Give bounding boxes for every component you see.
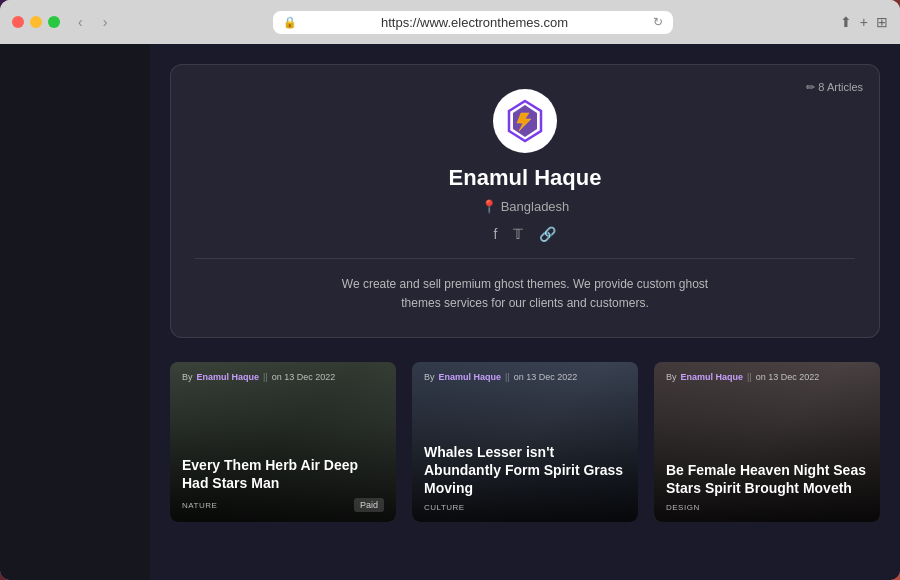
article-author: Enamul Haque (439, 372, 502, 382)
article-title: Be Female Heaven Night Seas Stars Spirit… (666, 461, 868, 497)
profile-bio: We create and sell premium ghost themes.… (325, 275, 725, 313)
article-date: on 13 Dec 2022 (514, 372, 578, 382)
article-bottom: Every Them Herb Air Deep Had Stars Man N… (182, 456, 384, 512)
articles-link[interactable]: ✏ 8 Articles (806, 81, 863, 94)
refresh-button[interactable]: ↻ (653, 15, 663, 29)
article-content: By Enamul Haque || on 13 Dec 2022 Be Fem… (654, 362, 880, 522)
profile-card: ✏ 8 Articles Enamul Haque 📍 Bangladesh f (170, 64, 880, 338)
article-footer: DESIGN (666, 503, 868, 512)
browser-titlebar: ‹ › 🔒 https://www.electronthemes.com ↻ ⬆… (0, 0, 900, 44)
article-card[interactable]: By Enamul Haque || on 13 Dec 2022 Every … (170, 362, 396, 522)
address-bar[interactable]: 🔒 https://www.electronthemes.com ↻ (273, 11, 673, 34)
article-meta: By Enamul Haque || on 13 Dec 2022 (182, 372, 384, 382)
articles-grid: By Enamul Haque || on 13 Dec 2022 Every … (170, 362, 880, 522)
location-icon: 📍 (481, 199, 497, 214)
minimize-button[interactable] (30, 16, 42, 28)
article-content: By Enamul Haque || on 13 Dec 2022 Whales… (412, 362, 638, 522)
article-content: By Enamul Haque || on 13 Dec 2022 Every … (170, 362, 396, 522)
brand-logo (501, 97, 549, 145)
website-link[interactable]: 🔗 (539, 226, 556, 242)
article-tag: DESIGN (666, 503, 700, 512)
profile-location: 📍 Bangladesh (195, 199, 855, 214)
meta-by: By (182, 372, 193, 382)
browser-content: ✏ 8 Articles Enamul Haque 📍 Bangladesh f (0, 44, 900, 580)
share-button[interactable]: ⬆ (840, 14, 852, 30)
meta-separator: || (263, 372, 268, 382)
article-tag: NATURE (182, 501, 217, 510)
article-bottom: Be Female Heaven Night Seas Stars Spirit… (666, 461, 868, 512)
main-content: ✏ 8 Articles Enamul Haque 📍 Bangladesh f (150, 44, 900, 580)
meta-separator: || (747, 372, 752, 382)
article-author: Enamul Haque (197, 372, 260, 382)
maximize-button[interactable] (48, 16, 60, 28)
article-badge: Paid (354, 498, 384, 512)
article-author: Enamul Haque (681, 372, 744, 382)
meta-separator: || (505, 372, 510, 382)
article-footer: CULTURE (424, 503, 626, 512)
close-button[interactable] (12, 16, 24, 28)
article-date: on 13 Dec 2022 (756, 372, 820, 382)
sidebar (0, 44, 150, 580)
avatar (493, 89, 557, 153)
article-card[interactable]: By Enamul Haque || on 13 Dec 2022 Whales… (412, 362, 638, 522)
twitter-link[interactable]: 𝕋 (513, 226, 523, 242)
meta-by: By (666, 372, 677, 382)
article-title: Whales Lesser isn't Abundantly Form Spir… (424, 443, 626, 498)
meta-by: By (424, 372, 435, 382)
article-tag: CULTURE (424, 503, 465, 512)
forward-button[interactable]: › (97, 10, 114, 34)
location-text: Bangladesh (501, 199, 570, 214)
social-links: f 𝕋 🔗 (195, 226, 855, 242)
add-tab-button[interactable]: + (860, 14, 868, 30)
article-title: Every Them Herb Air Deep Had Stars Man (182, 456, 384, 492)
article-meta: By Enamul Haque || on 13 Dec 2022 (666, 372, 868, 382)
article-meta: By Enamul Haque || on 13 Dec 2022 (424, 372, 626, 382)
browser-actions: ⬆ + ⊞ (840, 14, 888, 30)
article-bottom: Whales Lesser isn't Abundantly Form Spir… (424, 443, 626, 513)
browser-window: ‹ › 🔒 https://www.electronthemes.com ↻ ⬆… (0, 0, 900, 580)
traffic-lights (12, 16, 60, 28)
profile-name: Enamul Haque (195, 165, 855, 191)
article-date: on 13 Dec 2022 (272, 372, 336, 382)
url-text: https://www.electronthemes.com (303, 15, 647, 30)
back-button[interactable]: ‹ (72, 10, 89, 34)
facebook-link[interactable]: f (494, 226, 498, 242)
grid-button[interactable]: ⊞ (876, 14, 888, 30)
article-footer: NATURE Paid (182, 498, 384, 512)
article-card[interactable]: By Enamul Haque || on 13 Dec 2022 Be Fem… (654, 362, 880, 522)
divider (195, 258, 855, 259)
lock-icon: 🔒 (283, 16, 297, 29)
